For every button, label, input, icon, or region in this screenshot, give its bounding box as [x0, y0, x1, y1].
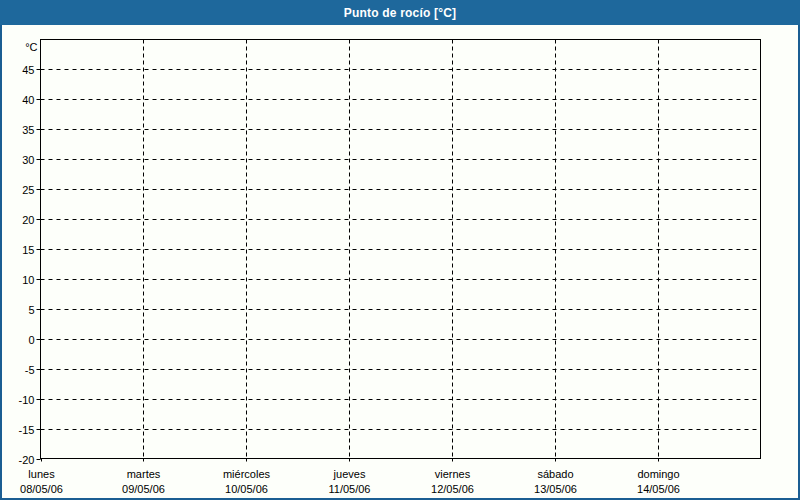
x-day-label: martes	[127, 468, 161, 480]
y-tick-label: -15	[19, 424, 35, 436]
y-tick-label: -5	[25, 364, 35, 376]
y-gridlines	[37, 70, 761, 460]
y-tick-label: 20	[22, 214, 34, 226]
x-day-label: jueves	[333, 468, 366, 480]
y-tick-label: 25	[22, 184, 34, 196]
y-tick-label: 0	[28, 334, 34, 346]
y-tick-label: 40	[22, 94, 34, 106]
x-date-label: 13/05/06	[534, 483, 577, 495]
x-day-label: miércoles	[223, 468, 271, 480]
y-tick-label: 5	[28, 304, 34, 316]
x-day-label: domingo	[637, 468, 679, 480]
y-tick-label: 35	[22, 124, 34, 136]
y-tick-label: 10	[22, 274, 34, 286]
x-day-label: lunes	[28, 468, 55, 480]
y-tick-label: 45	[22, 64, 34, 76]
x-date-label: 09/05/06	[122, 483, 165, 495]
x-day-label: viernes	[435, 468, 471, 480]
x-date-label: 11/05/06	[328, 483, 370, 495]
x-date-label: 10/05/06	[225, 483, 268, 495]
y-tick-labels: 454035302520151050-5-10-15-20°C	[19, 41, 38, 466]
y-tick-label: 30	[22, 154, 34, 166]
y-axis-unit-label: °C	[25, 41, 37, 53]
x-date-label: 08/05/06	[20, 483, 63, 495]
chart-window: Punto de rocío [°C] 454035302520151050-5…	[0, 0, 800, 500]
x-date-label: 14/05/06	[637, 483, 680, 495]
x-gridlines	[42, 40, 659, 462]
chart-canvas: 454035302520151050-5-10-15-20°Clunes08/0…	[0, 0, 800, 500]
y-tick-label: -20	[19, 454, 35, 466]
x-axis-labels: lunes08/05/06martes09/05/06miércoles10/0…	[20, 468, 680, 495]
y-tick-label: 15	[22, 244, 34, 256]
x-day-label: sábado	[537, 468, 573, 480]
y-tick-label: -10	[19, 394, 35, 406]
x-date-label: 12/05/06	[431, 483, 474, 495]
